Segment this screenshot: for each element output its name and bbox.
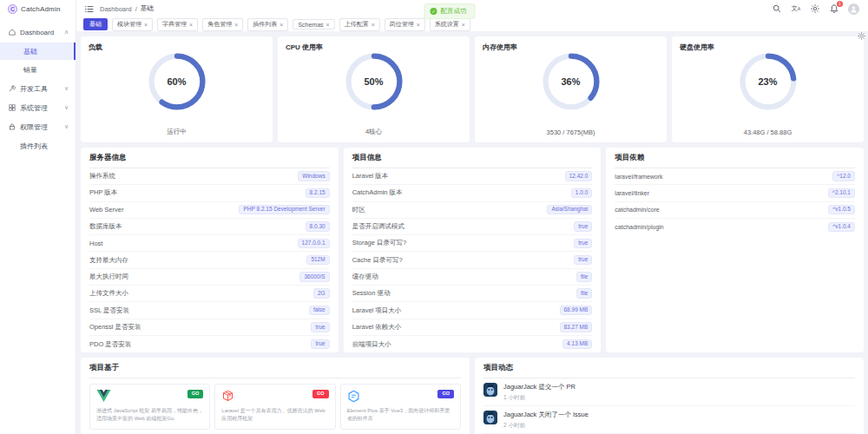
breadcrumb-current: 基础 <box>141 4 154 13</box>
activity-user[interactable]: JaguarJack <box>503 411 536 418</box>
activity-time: 2 小时前 <box>503 422 589 430</box>
close-icon[interactable]: × <box>326 22 330 28</box>
table-row: catchadmin/core^v1.0.5 <box>615 202 855 219</box>
value-badge: 36000/S <box>299 272 329 282</box>
tab-system-settings[interactable]: 系统设置× <box>430 18 470 31</box>
close-icon[interactable]: × <box>234 22 238 28</box>
tab-basic[interactable]: 基础 <box>83 18 108 30</box>
search-icon[interactable] <box>772 3 782 14</box>
sidebar-item-permission[interactable]: 权限管理 ∨ <box>0 117 76 136</box>
framework-cards: GO 渐进式 JavaScript 框架 易学易用，性能出色，适用场景丰富的 W… <box>89 384 461 430</box>
user-avatar[interactable] <box>848 3 859 15</box>
table-row: Laravel 项目大小68.99 MB <box>352 302 593 319</box>
tab-module-manage[interactable]: 模块管理× <box>112 18 153 31</box>
go-button[interactable]: GO <box>312 390 329 398</box>
value-badge: ^12.0 <box>832 171 855 181</box>
tab-upload-config[interactable]: 上传配置× <box>339 18 380 31</box>
element-plus-logo <box>347 390 360 403</box>
value-badge: 8.2.15 <box>306 188 330 199</box>
sidebar-menu: Dashboard ∧ 基础 销量 开发工具 ∨ 系统管理 ∨ 权限管理 <box>0 17 76 155</box>
content: 负载 60% 运行中 CPU 使用率 50% 4核心 内存使 <box>76 31 868 434</box>
value-badge: Asia/Shanghai <box>547 205 592 215</box>
table-row: 上传文件大小2G <box>89 286 330 302</box>
element-plus-card: GO Element Plus 基于 Vue3，面向设计师和开发者的组件库 <box>340 384 461 430</box>
activity-item: JaguarJack 提交一个 PR 1 小时前 <box>483 378 855 406</box>
sidebar: C CatchAdmin Dashboard ∧ 基础 销量 开发工具 ∨ <box>0 0 76 434</box>
stats-row: 负载 60% 运行中 CPU 使用率 50% 4核心 内存使 <box>81 36 864 142</box>
sidebar-item-sales[interactable]: 销量 <box>0 61 76 78</box>
table-row: Openssl 是否安装true <box>89 319 330 336</box>
translate-icon[interactable]: 文A <box>791 3 801 14</box>
cpu-card: CPU 使用率 50% 4核心 <box>278 36 470 142</box>
value-badge: true <box>574 255 592 266</box>
table-row: PHP 版本8.2.15 <box>89 185 330 201</box>
value-badge: 12.42.0 <box>565 171 593 181</box>
value-badge: file <box>576 288 592 299</box>
activity-time: 1 小时前 <box>503 394 575 402</box>
go-button[interactable]: GO <box>437 390 454 398</box>
sidebar-item-system[interactable]: 系统管理 ∨ <box>0 98 76 117</box>
notification-badge: 1 <box>837 1 843 7</box>
close-icon[interactable]: × <box>279 22 283 28</box>
tab-schemas[interactable]: Schemas× <box>293 19 334 30</box>
tab-dict-manage[interactable]: 字典管理× <box>157 18 198 31</box>
breadcrumb-separator: / <box>135 5 137 13</box>
activity-action: 提交一个 PR <box>538 383 575 391</box>
laravel-logo <box>221 390 234 403</box>
breadcrumb: Dashboard / 基础 <box>100 4 154 13</box>
empty-icon-slot <box>9 142 16 149</box>
table-row: 操作系统Windows <box>89 168 330 185</box>
chevron-down-icon: ∨ <box>64 104 69 111</box>
wrench-icon <box>9 85 16 92</box>
activity-card: 项目动态 JaguarJack 提交一个 PR 1 小时前 JaguarJack… <box>475 358 864 434</box>
vue-logo <box>96 390 111 402</box>
tab-post-manage[interactable]: 岗位管理× <box>385 18 425 31</box>
bell-icon[interactable]: 1 <box>829 3 839 14</box>
table-row: Web ServerPHP 8.2.15 Development Server <box>89 202 330 219</box>
sidebar-item-basic[interactable]: 基础 <box>0 43 76 60</box>
table-row: PDO 是否安装true <box>89 336 330 352</box>
sidebar-item-dashboard[interactable]: Dashboard ∧ <box>0 23 76 42</box>
tab-plugin-list[interactable]: 插件列表× <box>247 18 288 31</box>
theme-sun-icon[interactable] <box>810 3 820 14</box>
close-icon[interactable]: × <box>144 22 148 28</box>
breadcrumb-root[interactable]: Dashboard <box>100 5 132 13</box>
sidebar-item-devtools[interactable]: 开发工具 ∨ <box>0 79 76 98</box>
value-badge: 8.0.30 <box>306 221 330 232</box>
table-row: 最大执行时间36000/S <box>89 269 330 286</box>
close-icon[interactable]: × <box>189 22 193 28</box>
project-info-card: 项目信息 Laravel 版本12.42.0 CatchAdmin 版本1.0.… <box>344 148 602 352</box>
table-row: Laravel 依赖大小83.27 MB <box>352 319 593 336</box>
success-check-icon: ✓ <box>431 8 437 15</box>
table-row: 缓存驱动file <box>352 269 593 286</box>
app-logo: C <box>8 4 17 14</box>
chevron-down-icon: ∨ <box>64 85 69 92</box>
table-row: 时区Asia/Shanghai <box>352 202 593 219</box>
value-badge: 2G <box>313 288 330 299</box>
close-icon[interactable]: × <box>417 22 420 28</box>
topbar-actions: 文A 1 <box>772 3 859 15</box>
sidebar-item-plugins[interactable]: 插件列表 <box>0 136 76 155</box>
go-button[interactable]: GO <box>187 390 204 398</box>
user-avatar <box>483 383 497 397</box>
lock-icon <box>9 123 16 130</box>
close-icon[interactable]: × <box>462 22 465 28</box>
value-badge: 127.0.0.1 <box>298 239 330 249</box>
gear-icon[interactable] <box>858 31 865 43</box>
close-icon[interactable]: × <box>372 22 375 28</box>
table-row: 前端项目大小4.13 MB <box>352 336 593 352</box>
tab-role-manage[interactable]: 角色管理× <box>202 18 243 31</box>
table-row: Host127.0.0.1 <box>89 235 330 252</box>
value-badge: false <box>309 306 330 316</box>
chevron-down-icon: ∨ <box>64 123 69 130</box>
main-area: Dashboard / 基础 文A 1 <box>76 0 868 434</box>
value-badge: ^v1.0.4 <box>828 222 855 233</box>
bottom-row: 项目基于 GO 渐进式 JavaScript 框架 易学易用，性能出色，适用场景… <box>81 358 864 434</box>
user-avatar <box>483 411 497 424</box>
value-badge: PHP 8.2.15 Development Server <box>239 205 329 215</box>
value-badge: 512M <box>306 255 329 266</box>
menu-fold-icon[interactable] <box>85 5 94 13</box>
table-row: catchadmin/plugin^v1.0.4 <box>615 219 855 235</box>
tabs-bar: 基础 模块管理× 字典管理× 角色管理× 插件列表× Schemas× 上传配置… <box>76 17 868 31</box>
activity-user[interactable]: JaguarJack <box>503 383 536 391</box>
